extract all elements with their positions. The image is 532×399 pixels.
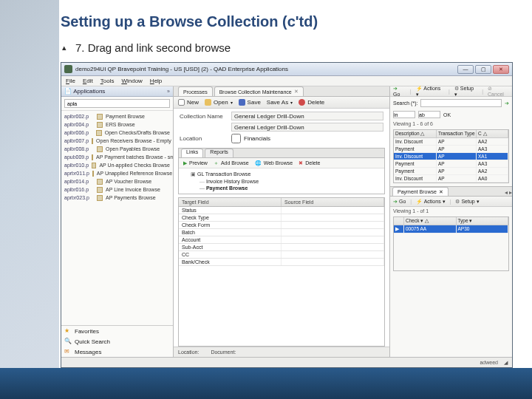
close-icon[interactable]: ✕ <box>439 189 443 195</box>
messages-button[interactable]: ✉Messages <box>61 347 173 357</box>
tree-row: aplbr016.pAP Line Invoice Browse <box>61 185 173 194</box>
open-button[interactable]: Open▾ <box>205 99 233 106</box>
find-ok[interactable]: OK <box>443 112 451 117</box>
applications-panel: 📄 Applications » aplbr002.pPayment Brows… <box>61 86 174 357</box>
setup-button[interactable]: ⚙ Setup ▾ <box>454 86 477 98</box>
folder-icon: 📄 <box>64 88 72 95</box>
link-delete-button[interactable]: ✖Delete <box>299 160 320 166</box>
titlebar[interactable]: demo294UI QP Bravepoint Training - US [U… <box>61 63 512 76</box>
menu-edit[interactable]: Edit <box>83 78 93 84</box>
resize-grip-icon[interactable]: ◢ <box>504 360 508 366</box>
tree-root[interactable]: GL Transaction Browse <box>183 171 380 178</box>
detail-grid[interactable]: Check ▾ △Type ▾ ▶00075 AAAP30 <box>393 216 509 271</box>
actions-button-2[interactable]: ⚡ Actions ▾ <box>416 199 445 205</box>
grid-row[interactable]: Account <box>179 236 384 244</box>
viewing-label-2: Viewing 1 - of 1 <box>390 207 512 215</box>
tree-leaf[interactable]: Invoice History Browse <box>183 178 380 185</box>
star-icon: ★ <box>64 327 72 335</box>
applications-header-label: Applications <box>73 88 105 95</box>
slide-title: Setting up a Browse Collection (c'td) <box>61 13 318 30</box>
favorites-button[interactable]: ★Favorites <box>61 326 173 336</box>
tree-row: aplbr007.pOpen Receivers Browse - Empty <box>61 137 173 145</box>
minimize-button[interactable]: — <box>457 65 474 74</box>
tree-row: aplbr008.pOpen Payables Browse <box>61 145 173 153</box>
tree-leaf-selected[interactable]: Payment Browse <box>183 185 380 191</box>
actions-button[interactable]: ⚡ Actions ▾ <box>416 86 444 98</box>
collection-desc-field[interactable]: General Ledger Drill-Down <box>231 123 383 132</box>
tab-browse-collection[interactable]: Browse Collection Maintenance ✕ <box>214 86 304 96</box>
tree-row: aplbr006.pOpen Checks/Drafts Browse <box>61 129 173 137</box>
go-button-2[interactable]: ➔ Go <box>393 199 406 205</box>
search-icon: 🔍 <box>64 338 72 345</box>
foot-document: Document: <box>211 349 236 355</box>
viewing-label: Viewing 1 - 6 of 6 <box>390 120 512 128</box>
grid-row[interactable]: Check Form <box>179 222 384 229</box>
web-browse-button[interactable]: 🌐Web Browse <box>255 160 293 166</box>
menubar: File Edit Tools Window Help <box>61 76 512 86</box>
find-a[interactable] <box>393 111 415 118</box>
tree-row: aplbr002.pPayment Browse <box>61 112 173 120</box>
grid-row[interactable]: CC <box>179 251 384 259</box>
financials-checkbox[interactable] <box>231 134 241 143</box>
app-icon <box>64 65 72 73</box>
app-window: demo294UI QP Bravepoint Training - US [U… <box>61 62 513 368</box>
center-toolbar: New Open▾ Save Save As▾ Delete <box>174 97 389 109</box>
window-title: demo294UI QP Bravepoint Training - US [U… <box>75 66 457 72</box>
cancel-button[interactable]: ⊘ Cancel <box>488 86 509 97</box>
grid-row[interactable]: Batch <box>179 229 384 236</box>
setup-button-2[interactable]: ⚙ Setup ▾ <box>455 199 479 205</box>
search-label: Search (*): <box>393 100 417 106</box>
quick-search-button[interactable]: 🔍Quick Search <box>61 336 173 347</box>
col-target[interactable]: Target Field <box>179 198 282 206</box>
go-button[interactable]: ➔ Go <box>393 86 406 97</box>
mail-icon: ✉ <box>64 348 72 355</box>
lbl-collection-name: Collection Name <box>180 113 231 120</box>
foot-location: Location: <box>178 349 199 355</box>
globe-icon: 🌐 <box>255 160 262 166</box>
menu-window[interactable]: Window <box>121 78 142 84</box>
slide-footer-band <box>0 368 532 399</box>
collection-name-field[interactable]: General Ledger Drill-Down <box>231 112 383 120</box>
maximize-button[interactable]: ▢ <box>475 65 491 74</box>
save-button[interactable]: Save <box>239 99 261 106</box>
collection-form: Collection Name General Ledger Drill-Dow… <box>174 109 389 146</box>
tree-row: aplbr014.pAP Voucher Browse <box>61 177 173 185</box>
grid-row[interactable]: Check Type <box>179 214 384 222</box>
search-go-icon[interactable]: ➔ <box>505 100 509 106</box>
tree-row: aplbr010.pAP Un-applied Checks Browse <box>61 161 173 169</box>
gear-icon: ⚙ <box>454 86 459 91</box>
close-button[interactable]: ✕ <box>493 65 509 74</box>
delete-button[interactable]: Delete <box>299 99 324 106</box>
preview-button[interactable]: ▶Preview <box>183 160 208 166</box>
tree-row: apub009.pAP Payment batches Browse - sma… <box>61 153 173 161</box>
preview-panel: ➔ Go| ⚡ Actions ▾| ⚙ Setup ▾| ⊘ Cancel S… <box>389 86 512 357</box>
grid-row[interactable]: Status <box>179 207 384 214</box>
chevron-down-icon[interactable]: » <box>167 89 170 94</box>
grid-row[interactable]: Sub-Acct <box>179 244 384 251</box>
delete-icon: ✖ <box>299 160 303 166</box>
find-b[interactable] <box>418 111 440 118</box>
add-browse-button[interactable]: ＋Add Browse <box>214 160 249 167</box>
menu-file[interactable]: File <box>66 78 75 84</box>
menu-help[interactable]: Help <box>150 78 162 84</box>
tab-processes[interactable]: Processes <box>178 86 213 96</box>
col-source[interactable]: Source Field <box>282 198 384 206</box>
center-panel: Processes Browse Collection Maintenance … <box>174 86 389 357</box>
applications-tree[interactable]: aplbr002.pPayment Browse aplbr004.pERS B… <box>61 111 173 325</box>
play-icon: ▶ <box>183 160 187 166</box>
preview-grid[interactable]: Description △Transaction Type △C △ Inv. … <box>393 129 509 183</box>
link-tree[interactable]: GL Transaction Browse Invoice History Br… <box>179 168 384 194</box>
detail-tab[interactable]: Payment Browse✕ <box>392 187 449 196</box>
grid-row[interactable]: Bank/Check <box>179 259 384 266</box>
plus-icon: ＋ <box>214 160 219 167</box>
applications-search-input[interactable] <box>64 99 170 108</box>
lightning-icon: ⚡ <box>416 86 423 91</box>
new-button[interactable]: New <box>178 99 199 106</box>
close-tab-icon[interactable]: ✕ <box>294 89 299 95</box>
tab-reports[interactable]: Reports <box>205 149 233 157</box>
menu-tools[interactable]: Tools <box>100 78 115 84</box>
applications-header[interactable]: 📄 Applications » <box>61 86 173 97</box>
saveas-button[interactable]: Save As▾ <box>267 99 293 106</box>
tab-links[interactable]: Links <box>181 149 203 157</box>
preview-search-input[interactable] <box>420 99 502 107</box>
